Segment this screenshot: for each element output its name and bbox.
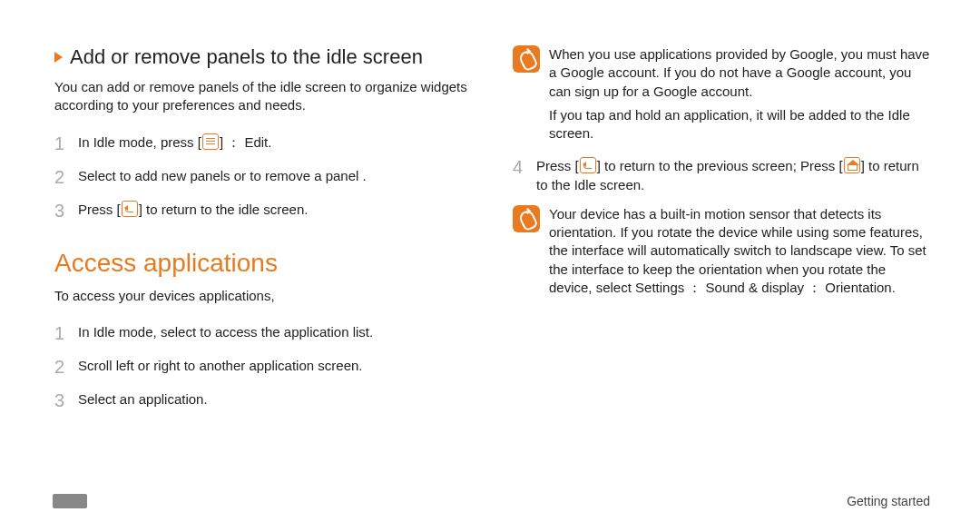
step-body: Press [] to return to the previous scree… <box>536 155 930 194</box>
step-3: 3 Press [] to return to the idle screen. <box>54 199 481 223</box>
step-3b: 3 Select an application. <box>54 389 481 413</box>
step-number: 1 <box>54 321 67 346</box>
steps-list-2: 1 In Idle mode, select to access the app… <box>54 321 481 413</box>
step-body: Scroll left or right to another applicat… <box>78 355 481 379</box>
steps-list-1: 1 In Idle mode, press [] ： Edit. 2 Selec… <box>54 132 481 223</box>
step-body: In Idle mode, select to access the appli… <box>78 321 481 346</box>
step-body: Select to add new panels or to remove a … <box>78 165 481 190</box>
back-icon <box>580 157 596 173</box>
menu-icon <box>202 133 219 150</box>
step-1: 1 In Idle mode, press [] ： Edit. <box>54 132 481 156</box>
step-number: 4 <box>513 155 525 194</box>
step-number: 2 <box>54 165 67 190</box>
note-icon <box>513 205 540 232</box>
step-number: 3 <box>54 199 67 223</box>
step-body: Select an application. <box>78 389 481 413</box>
note-body: When you use applications provided by Go… <box>549 45 930 143</box>
page-tab <box>53 494 87 508</box>
step-number: 3 <box>54 389 67 413</box>
step-body: In Idle mode, press [] ： Edit. <box>78 132 481 156</box>
step-2: 2 Select to add new panels or to remove … <box>54 165 481 190</box>
step-4: 4 Press [] to return to the previous scr… <box>513 155 930 194</box>
heading-subtext: You can add or remove panels of the idle… <box>54 78 481 115</box>
section-heading-2: Access applications <box>54 249 481 278</box>
step-number: 1 <box>54 132 67 156</box>
section-heading: Add or remove panels to the idle screen <box>54 45 481 69</box>
home-icon <box>844 157 860 173</box>
step-body: Press [] to return to the idle screen. <box>78 199 481 223</box>
heading2-subtext: To access your devices applications, <box>54 287 481 305</box>
note-icon <box>513 45 540 73</box>
step-number: 2 <box>54 355 67 379</box>
step-1b: 1 In Idle mode, select to access the app… <box>54 321 481 346</box>
note-block-1: When you use applications provided by Go… <box>513 45 930 143</box>
manual-page: Add or remove panels to the idle screen … <box>0 0 980 532</box>
heading-text: Add or remove panels to the idle screen <box>70 45 423 69</box>
arrow-icon <box>54 52 63 63</box>
note-block-2: Your device has a built-in motion sensor… <box>513 205 930 297</box>
right-column: When you use applications provided by Go… <box>513 45 930 505</box>
back-icon <box>122 201 138 217</box>
steps-list-3: 4 Press [] to return to the previous scr… <box>513 155 930 194</box>
step-2b: 2 Scroll left or right to another applic… <box>54 355 481 379</box>
footer-label: Getting started <box>847 494 930 508</box>
note-body: Your device has a built-in motion sensor… <box>549 205 930 297</box>
left-column: Add or remove panels to the idle screen … <box>54 45 481 505</box>
